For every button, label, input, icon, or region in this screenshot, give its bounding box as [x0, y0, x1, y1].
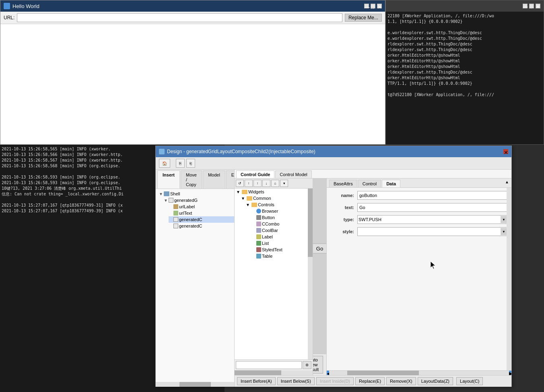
tree-item-generatedc-2[interactable]: generatedC: [169, 223, 234, 229]
widget-up-btn[interactable]: ↑: [253, 180, 262, 187]
tree-content: ▼ Shell ▼ generatedG urlLabel: [156, 189, 234, 382]
widget-item-styledtext[interactable]: StyledText: [251, 246, 313, 253]
browser-icon: [256, 209, 261, 213]
layout-btn[interactable]: Layout(C): [456, 377, 483, 385]
tab-insert[interactable]: Insert: [157, 170, 180, 189]
remove-btn[interactable]: Remove(X): [386, 377, 416, 385]
tab-event[interactable]: Event: [226, 170, 235, 189]
widget-search-input[interactable]: [236, 361, 302, 369]
tab-movecopy[interactable]: Move / Copy: [181, 170, 202, 189]
tree-item-shell[interactable]: ▼ Shell: [159, 191, 234, 197]
replace-me-button[interactable]: Replace Me...: [345, 14, 382, 22]
widget-bottom-scroll[interactable]: [235, 370, 313, 375]
widget-item-label[interactable]: Label: [251, 234, 313, 240]
props-select-type[interactable]: SWT.PUSH ▼: [357, 215, 508, 224]
widget-refresh-btn[interactable]: ↺: [236, 180, 244, 187]
widget-search-btn[interactable]: ⚙: [303, 361, 311, 369]
coolbar-icon: [256, 228, 261, 233]
widget-home-btn[interactable]: ⌂: [271, 180, 279, 187]
copy-btn-2[interactable]: ⎗: [186, 159, 195, 168]
widget-scrollbar[interactable]: [308, 189, 313, 359]
url-input[interactable]: [17, 13, 342, 22]
props-select-style[interactable]: ▼: [357, 227, 508, 236]
widget-label-styledtext: StyledText: [262, 247, 282, 252]
insert-before-btn[interactable]: Insert Before(A): [237, 377, 276, 385]
design-close-btn[interactable]: ✕: [503, 149, 508, 154]
props-label-text: text:: [330, 205, 354, 210]
props-input-text[interactable]: [357, 203, 508, 212]
widget-item-common[interactable]: ▼ Common: [241, 195, 313, 201]
common-folder-icon: [247, 196, 252, 201]
widget-search-bar: ⚙: [235, 359, 313, 370]
widget-menu-btn[interactable]: ▾: [280, 180, 288, 187]
widget-down-btn[interactable]: ↓: [262, 180, 270, 187]
widget-item-controls[interactable]: ▼ Controls: [246, 201, 313, 208]
term-close-btn[interactable]: ✕: [536, 4, 540, 8]
props-tab-data[interactable]: Data: [382, 180, 400, 187]
widget-label-coolbar: CoolBar: [262, 228, 278, 233]
bg-app-window: Hello World — □ ✕ URL: Replace Me...: [0, 0, 385, 145]
widget-label-label: Label: [262, 234, 273, 239]
props-content: name: text: type:: [327, 188, 511, 242]
widget-item-coolbar[interactable]: CoolBar: [251, 227, 313, 234]
widgets-folder-icon: [242, 190, 247, 194]
widget-item-browser[interactable]: Browser: [251, 208, 313, 214]
copy-btn-1[interactable]: ⎘: [176, 159, 185, 168]
tree-item-urltext[interactable]: urlText: [169, 210, 234, 216]
tree-item-generatedg[interactable]: ▼ generatedG: [164, 197, 234, 203]
props-input-name[interactable]: [357, 191, 508, 200]
props-select-style-arrow[interactable]: ▼: [501, 228, 507, 235]
widget-back-btn[interactable]: ↑: [245, 180, 253, 187]
widget-label-ccombo: CCombo: [262, 222, 279, 226]
props-select-type-arrow[interactable]: ▼: [501, 216, 507, 223]
tree-item-urllabel[interactable]: urlLabel: [169, 203, 234, 210]
term-minimize-btn[interactable]: —: [523, 4, 528, 8]
terminal-content: 22180 [XWorker Application, /, file:///D…: [386, 12, 544, 144]
term-maximize-btn[interactable]: □: [529, 4, 534, 8]
composite-icon-2: [173, 217, 178, 222]
widget-item-ccombo[interactable]: CCombo: [251, 221, 313, 227]
replace-btn-action[interactable]: Replace(E): [355, 377, 385, 385]
auto-view-result-btn[interactable]: Auto view result: [313, 356, 323, 374]
go-button-preview[interactable]: Go: [313, 244, 326, 254]
props-panel-inner: name: text: type:: [327, 188, 511, 370]
tree-toggle-shell[interactable]: ▼: [159, 192, 163, 196]
widget-label-browser: Browser: [262, 209, 278, 213]
props-tab-baseattrs[interactable]: BaseAttrs: [329, 180, 357, 187]
widget-item-widgets[interactable]: ▼ Widgets: [236, 189, 313, 195]
props-tab-control[interactable]: Control: [358, 180, 381, 187]
text-icon-1: [173, 211, 178, 215]
bg-app-content: [0, 24, 385, 144]
widget-item-list[interactable]: List: [251, 240, 313, 246]
preview-area: Go Auto view result: [313, 179, 326, 375]
close-btn[interactable]: ✕: [377, 4, 382, 8]
tree-toggle-generatedg[interactable]: ▼: [164, 198, 168, 203]
styledtext-icon: [256, 247, 261, 252]
props-scrollbar-right[interactable]: [507, 188, 511, 370]
tree-item-generatedc-1[interactable]: generatedC: [169, 216, 234, 223]
widget-item-table[interactable]: Table: [251, 253, 313, 259]
widget-label-controls: Controls: [258, 202, 274, 207]
widget-label-common: Common: [253, 196, 271, 201]
tab-control-model[interactable]: Control Model: [275, 170, 311, 178]
maximize-btn[interactable]: □: [371, 4, 375, 8]
bg-app-titlebar: Hello World — □ ✕: [0, 0, 385, 12]
props-hscroll-right[interactable]: ▶: [509, 371, 511, 375]
props-label-type: type:: [330, 217, 354, 222]
preview-footer: Auto view result: [313, 354, 326, 375]
home-toolbar-btn[interactable]: 🏠: [159, 159, 170, 168]
insert-inside-btn[interactable]: Insert Inside(D): [316, 377, 354, 385]
insert-below-btn[interactable]: Insert Below(S): [277, 377, 315, 385]
tab-model[interactable]: Model: [203, 170, 225, 189]
widget-item-button[interactable]: Button: [251, 214, 313, 221]
tree-label-generatedc-1: generatedC: [179, 217, 202, 222]
tree-label-urllabel: urlLabel: [179, 204, 195, 209]
tree-scroll[interactable]: [156, 382, 234, 387]
minimize-btn[interactable]: —: [364, 4, 369, 8]
props-scroll-up[interactable]: ▲: [505, 180, 509, 184]
design-icon: [159, 149, 165, 154]
props-hscroll[interactable]: ◀ ▶: [327, 370, 511, 375]
tab-control-guide[interactable]: Control Guide: [236, 170, 274, 178]
layout-data-btn[interactable]: LayoutData(Z): [418, 377, 453, 385]
design-bottom-bar: Insert Before(A) Insert Below(S) Insert …: [235, 375, 511, 387]
